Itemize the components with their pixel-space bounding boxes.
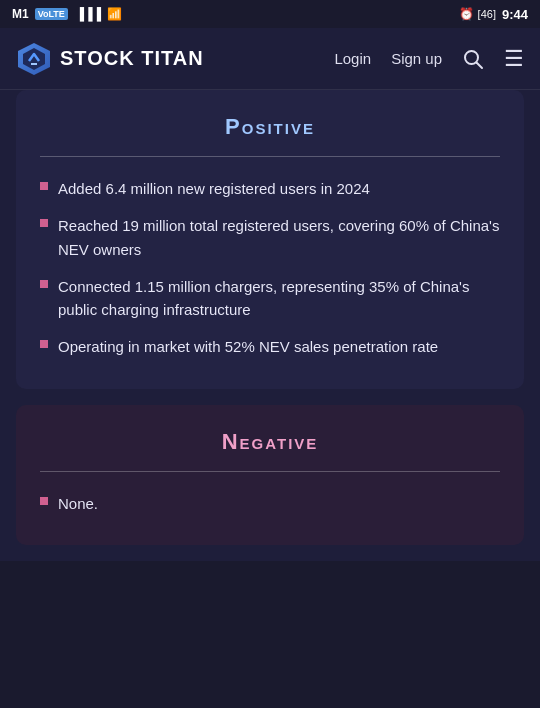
positive-list: Added 6.4 million new registered users i… — [40, 177, 500, 359]
status-bar: M1 VoLTE ▐▐▐ 📶 ⏰ [46] 9:44 — [0, 0, 540, 28]
status-right: ⏰ [46] 9:44 — [459, 7, 528, 22]
logo-area: STOCK TITAN — [16, 41, 334, 77]
signup-link[interactable]: Sign up — [391, 50, 442, 67]
bullet-icon — [40, 280, 48, 288]
bullet-icon — [40, 340, 48, 348]
signal-icon: ▐▐▐ — [76, 7, 102, 21]
svg-line-3 — [477, 62, 483, 68]
status-left: M1 VoLTE ▐▐▐ 📶 — [12, 7, 122, 21]
positive-item-2: Reached 19 million total registered user… — [58, 214, 500, 261]
list-item: Reached 19 million total registered user… — [40, 214, 500, 261]
positive-divider — [40, 156, 500, 157]
bullet-icon — [40, 219, 48, 227]
navbar: STOCK TITAN Login Sign up ☰ — [0, 28, 540, 90]
positive-section: Positive Added 6.4 million new registere… — [16, 90, 524, 389]
list-item: None. — [40, 492, 500, 515]
alarm-icon: ⏰ — [459, 7, 474, 21]
volte-badge: VoLTE — [35, 8, 68, 20]
bullet-icon — [40, 182, 48, 190]
positive-title: Positive — [40, 114, 500, 140]
list-item: Connected 1.15 million chargers, represe… — [40, 275, 500, 322]
main-content: Positive Added 6.4 million new registere… — [0, 90, 540, 561]
negative-item-1: None. — [58, 492, 98, 515]
logo-text: STOCK TITAN — [60, 47, 204, 70]
bullet-icon — [40, 497, 48, 505]
negative-title: Negative — [40, 429, 500, 455]
positive-item-4: Operating in market with 52% NEV sales p… — [58, 335, 438, 358]
wifi-icon: 📶 — [107, 7, 122, 21]
positive-item-1: Added 6.4 million new registered users i… — [58, 177, 370, 200]
carrier-label: M1 — [12, 7, 29, 21]
list-item: Added 6.4 million new registered users i… — [40, 177, 500, 200]
login-link[interactable]: Login — [334, 50, 371, 67]
negative-section: Negative None. — [16, 405, 524, 545]
negative-divider — [40, 471, 500, 472]
list-item: Operating in market with 52% NEV sales p… — [40, 335, 500, 358]
menu-icon[interactable]: ☰ — [504, 46, 524, 72]
negative-list: None. — [40, 492, 500, 515]
search-icon[interactable] — [462, 48, 484, 70]
logo-icon — [16, 41, 52, 77]
time-label: 9:44 — [502, 7, 528, 22]
nav-links: Login Sign up ☰ — [334, 46, 524, 72]
positive-item-3: Connected 1.15 million chargers, represe… — [58, 275, 500, 322]
battery-icon: [46] — [478, 8, 496, 20]
